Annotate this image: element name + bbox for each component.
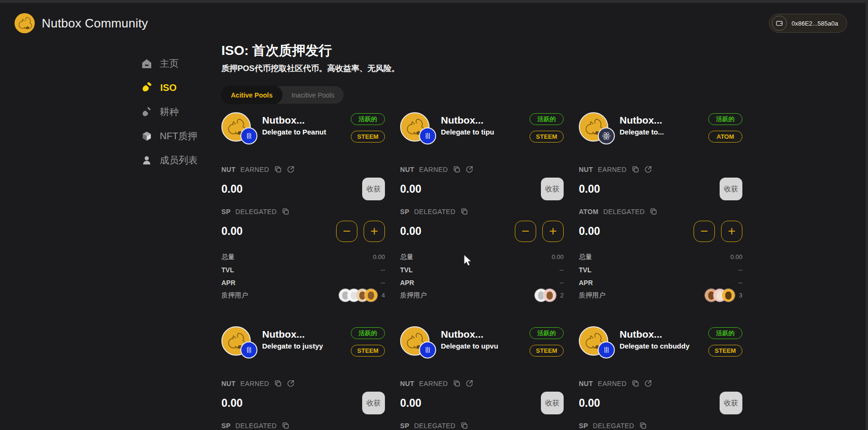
staker-count: 4	[382, 292, 385, 299]
pool-titles: Nutbox... Delegate to justyy	[262, 328, 323, 351]
stat-total-label: 总量	[221, 253, 235, 261]
copy-icon[interactable]	[453, 165, 461, 173]
pool-logo	[400, 112, 430, 143]
external-link-icon[interactable]	[287, 379, 295, 387]
increase-delegation-button[interactable]: +	[542, 221, 564, 242]
earned-label: EARNED	[419, 380, 448, 387]
delegated-token-symbol: SP	[400, 208, 409, 215]
external-link-icon[interactable]	[644, 379, 652, 387]
delegated-label-row: SP DELEGATED	[221, 421, 385, 430]
external-link-icon[interactable]	[466, 165, 474, 173]
earned-value: 0.00	[400, 183, 421, 196]
sidebar-item-home[interactable]: 主页	[141, 53, 221, 74]
delegated-label: DELEGATED	[593, 422, 634, 430]
decrease-delegation-button[interactable]: −	[336, 221, 357, 242]
earned-label-row: NUT EARNED	[221, 165, 385, 173]
cube-icon	[141, 131, 152, 142]
app-header: Nutbox Community 0x86E2...585a0a	[0, 3, 868, 44]
stat-apr: APR --	[400, 276, 564, 289]
pool-titles: Nutbox... Delegate to upvu	[441, 328, 498, 351]
stat-apr-value: --	[559, 279, 564, 286]
pool-header: Nutbox... Delegate to justyy 活跃的 STEEM	[221, 326, 385, 357]
pool-logo	[579, 112, 609, 143]
copy-icon[interactable]	[460, 421, 468, 430]
wallet-address-button[interactable]: 0x86E2...585a0a	[769, 14, 847, 33]
pool-titles: Nutbox... Delegate to Peanut	[262, 114, 326, 137]
sidebar-item-label: NFT质押	[160, 130, 197, 143]
brand: Nutbox Community	[14, 13, 148, 34]
person-icon	[141, 155, 152, 166]
sidebar-item-members[interactable]: 成员列表	[141, 150, 221, 170]
harvest-button[interactable]: 收获	[362, 178, 385, 200]
page-title: ISO: 首次质押发行	[221, 43, 748, 59]
earned-value: 0.00	[400, 397, 421, 410]
sidebar-item-nft-staking[interactable]: NFT质押	[141, 125, 221, 146]
stat-total-label: 总量	[579, 253, 592, 261]
pool-card: Nutbox... Delegate to upvu 活跃的 STEEM NUT…	[400, 326, 564, 430]
stat-apr: APR --	[579, 276, 742, 289]
stat-tvl-label: TVL	[221, 266, 234, 274]
sidebar-item-farming[interactable]: 耕种	[141, 101, 221, 122]
copy-icon[interactable]	[274, 165, 282, 173]
shovel-icon	[141, 107, 152, 117]
stakers-right: 2	[535, 289, 564, 302]
external-link-icon[interactable]	[287, 165, 295, 173]
delegated-value-row: 0.00 − +	[221, 219, 385, 243]
external-link-icon[interactable]	[644, 165, 652, 173]
stat-apr-value: --	[381, 279, 385, 286]
copy-icon[interactable]	[282, 207, 290, 215]
status-badge: 活跃的	[708, 113, 742, 125]
delegated-value: 0.00	[400, 225, 421, 238]
copy-icon[interactable]	[460, 207, 468, 215]
copy-icon[interactable]	[639, 421, 647, 430]
increase-delegation-button[interactable]: +	[364, 221, 385, 242]
stat-stakers-label: 质押用户	[400, 291, 427, 300]
staker-avatar	[722, 289, 735, 302]
copy-icon[interactable]	[453, 379, 461, 387]
harvest-button[interactable]: 收获	[720, 392, 742, 414]
earned-value-row: 0.00 收获	[221, 177, 385, 201]
copy-icon[interactable]	[631, 379, 640, 387]
sidebar: 主页 ISO 耕种 NFT质押 成员列表	[0, 53, 221, 174]
stat-total: 总量 0.00	[400, 251, 564, 263]
delegated-label-row: ATOM DELEGATED	[579, 207, 742, 215]
delegation-steppers: − +	[515, 221, 564, 242]
copy-icon[interactable]	[631, 165, 640, 173]
harvest-button[interactable]: 收获	[720, 178, 742, 200]
harvest-button[interactable]: 收获	[541, 178, 564, 200]
pool-delegate-subtitle: Delegate to...	[620, 127, 664, 137]
decrease-delegation-button[interactable]: −	[515, 221, 536, 242]
earned-label-row: NUT EARNED	[400, 379, 564, 387]
pool-name: Nutbox...	[441, 328, 498, 340]
copy-icon[interactable]	[274, 379, 282, 387]
delegated-label: DELEGATED	[603, 208, 645, 215]
pool-card: Nutbox... Delegate to Peanut 活跃的 STEEM N…	[221, 112, 385, 302]
increase-delegation-button[interactable]: +	[721, 221, 742, 242]
pool-name: Nutbox...	[620, 114, 664, 126]
pool-badges: 活跃的 ATOM	[708, 112, 742, 143]
stat-stakers: 质押用户 4	[221, 289, 385, 302]
tab-active-pools[interactable]: Acitive Pools	[221, 86, 282, 104]
chain-badge: STEEM	[708, 345, 742, 357]
harvest-button[interactable]: 收获	[362, 392, 385, 414]
pool-name: Nutbox...	[620, 328, 690, 340]
delegation-steppers: − +	[694, 221, 742, 242]
pool-stats: 总量 0.00 TVL -- APR -- 质押用户 2	[400, 251, 564, 302]
status-badge: 活跃的	[530, 327, 564, 339]
tab-inactive-pools[interactable]: Inacitive Pools	[282, 86, 344, 104]
decrease-delegation-button[interactable]: −	[694, 221, 715, 242]
stat-stakers-label: 质押用户	[579, 291, 605, 300]
sidebar-item-iso[interactable]: ISO	[141, 77, 221, 98]
pool-header: Nutbox... Delegate to upvu 活跃的 STEEM	[400, 326, 564, 357]
steem-chain-icon	[240, 127, 257, 144]
harvest-button[interactable]: 收获	[541, 392, 564, 414]
pool-delegate-subtitle: Delegate to justyy	[262, 341, 323, 351]
copy-icon[interactable]	[649, 207, 658, 215]
scrollbar-track[interactable]	[866, 0, 868, 430]
external-link-icon[interactable]	[466, 379, 474, 387]
pool-delegate-subtitle: Delegate to tipu	[441, 127, 494, 137]
earned-label-row: NUT EARNED	[579, 379, 742, 387]
pool-titles: Nutbox... Delegate to tipu	[441, 114, 494, 137]
copy-icon[interactable]	[282, 421, 290, 430]
delegated-token-symbol: SP	[221, 208, 230, 215]
